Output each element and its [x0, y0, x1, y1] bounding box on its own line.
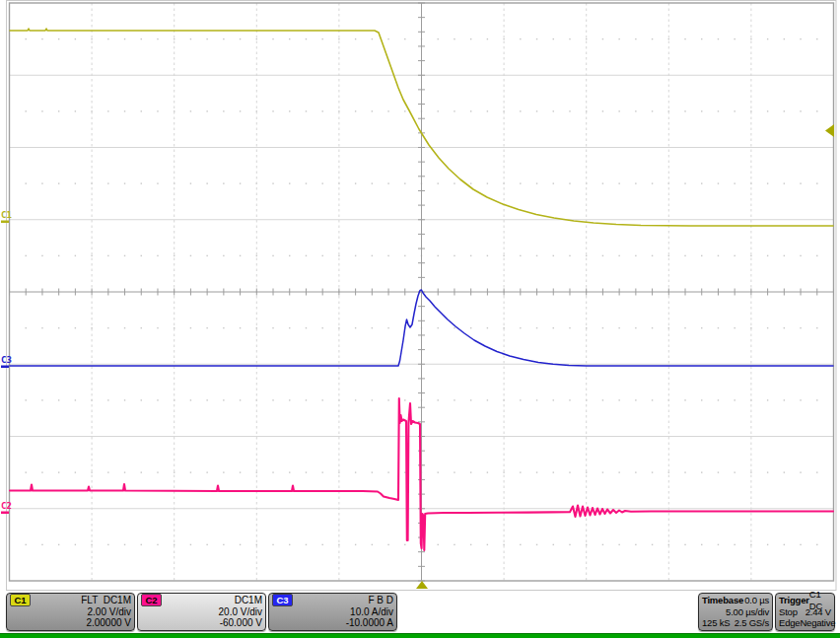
grid-dot: [206, 182, 207, 183]
grid-dot: [272, 110, 273, 111]
grid-dot: [372, 471, 373, 472]
grid-dot: [58, 544, 59, 545]
grid-dot: [107, 255, 108, 256]
grid-dot: [26, 38, 27, 39]
grid-dot: [701, 110, 702, 111]
grid-dot: [387, 110, 388, 111]
grid-dot: [58, 399, 59, 400]
grid-dot: [387, 327, 388, 328]
grid-dot: [321, 38, 322, 39]
grid-dot: [816, 38, 817, 39]
c3-coupling: F B D: [368, 595, 393, 606]
grid-dot: [553, 471, 554, 472]
grid-dot: [553, 255, 554, 256]
grid-dot: [487, 110, 488, 111]
grid-dot: [240, 110, 241, 111]
grid-dot: [190, 255, 191, 256]
c2-scale: 20.0 V/div: [219, 606, 262, 618]
grid-dot: [718, 399, 719, 400]
grid-dot: [41, 255, 42, 256]
grid-dot: [503, 471, 504, 472]
grid-dot: [618, 399, 619, 400]
grid-dot: [306, 471, 307, 472]
grid-dot: [58, 182, 59, 183]
grid-dot: [652, 471, 653, 472]
grid-dot: [438, 38, 439, 39]
grid-dot: [520, 471, 521, 472]
grid-dot: [141, 544, 142, 545]
c1-coupling: FLT DC1M: [81, 595, 131, 606]
grid-dot: [520, 38, 521, 39]
grid-dot: [635, 327, 636, 328]
grid-dot: [734, 544, 735, 545]
grid-dot: [816, 471, 817, 472]
status-bar: C1 FLT DC1M 2.00 V/div 2.00000 V C2 DC1M…: [0, 592, 840, 633]
grid-dot: [26, 110, 27, 111]
grid-dot: [536, 544, 537, 545]
grid-dot: [684, 38, 685, 39]
grid-dot: [684, 255, 685, 256]
grid-dot: [718, 471, 719, 472]
grid-dot: [26, 399, 27, 400]
c3-zero-tick: [1, 366, 9, 369]
oscilloscope-screen: C1C3C2 C1 FLT DC1M 2.00 V/div 2.00000 V …: [0, 0, 840, 639]
grid-dot: [256, 38, 257, 39]
channel-box-c2[interactable]: C2 DC1M 20.0 V/div -60.000 V: [137, 593, 266, 631]
grid-dot: [372, 182, 373, 183]
grid-dot: [306, 327, 307, 328]
channel-box-c3[interactable]: C3 F B D 10.0 A/div -10.0000 A: [268, 593, 397, 631]
grid-dot: [470, 471, 471, 472]
grid-dot: [734, 38, 735, 39]
grid-dot: [668, 255, 669, 256]
timebase-position: 0.0 µs: [744, 595, 769, 606]
grid-dot: [569, 399, 570, 400]
grid-dot: [223, 544, 224, 545]
c3-zero-marker: C3: [1, 355, 12, 365]
grid-dot: [816, 327, 817, 328]
grid-dot: [652, 255, 653, 256]
grid-dot: [767, 182, 768, 183]
grid-dot: [41, 471, 42, 472]
grid-dot: [387, 471, 388, 472]
grid-dot: [438, 544, 439, 545]
grid-dot: [107, 399, 108, 400]
c2-zero-marker: C2: [1, 501, 12, 511]
grid-dot: [487, 471, 488, 472]
grid-dot: [372, 255, 373, 256]
grid-dot: [355, 399, 356, 400]
grid-dot: [404, 471, 405, 472]
grid-dot: [684, 327, 685, 328]
timebase-scale: 5.00 µs/div: [726, 606, 769, 618]
grid-dot: [272, 544, 273, 545]
grid-dot: [338, 255, 339, 256]
trigger-box[interactable]: Trigger C1 DC Stop 2.44 V Edge Negative: [775, 593, 835, 631]
trigger-time-marker: [416, 581, 428, 589]
grid-dot: [684, 471, 685, 472]
grid-dot: [404, 110, 405, 111]
grid-dot: [272, 182, 273, 183]
grid-dot: [718, 327, 719, 328]
grid-dot: [124, 182, 125, 183]
channel-box-c1[interactable]: C1 FLT DC1M 2.00 V/div 2.00000 V: [6, 593, 135, 631]
grid-dot: [26, 182, 27, 183]
grid-dot: [124, 399, 125, 400]
grid-dot: [75, 327, 76, 328]
grid-dot: [107, 110, 108, 111]
grid-dot: [487, 327, 488, 328]
grid-dot: [816, 544, 817, 545]
grid-dot: [289, 182, 290, 183]
trigger-level-marker: [825, 124, 834, 137]
grid-dot: [701, 399, 702, 400]
grid-dot: [668, 544, 669, 545]
timebase-box[interactable]: Timebase 0.0 µs 5.00 µs/div 125 kS 2.5 G…: [698, 593, 773, 631]
grid-dot: [272, 327, 273, 328]
grid-dot: [684, 182, 685, 183]
grid-dot: [174, 544, 175, 545]
grid-dot: [387, 38, 388, 39]
grid-dot: [58, 255, 59, 256]
grid-dot: [438, 471, 439, 472]
grid-dot: [454, 544, 455, 545]
c1-offset: 2.00000 V: [86, 617, 131, 629]
grid-dot: [618, 110, 619, 111]
grid-dot: [734, 182, 735, 183]
